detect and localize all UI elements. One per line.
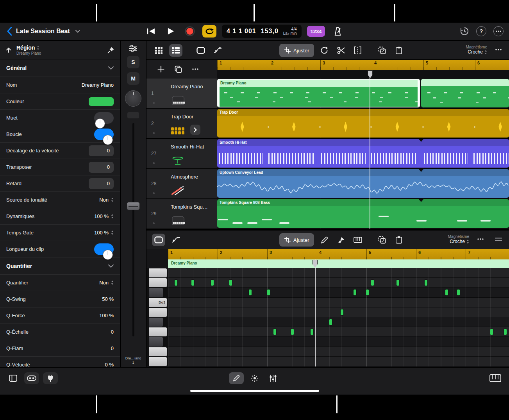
track-expand-chevron[interactable] <box>190 125 200 135</box>
add-track-button[interactable] <box>157 66 164 73</box>
automation-icon[interactable] <box>169 234 182 246</box>
project-title[interactable]: Late Session Beat <box>16 28 70 35</box>
inspector-title[interactable]: Région <box>16 45 35 51</box>
midi-note[interactable] <box>291 329 294 335</box>
more-button[interactable] <box>493 26 504 36</box>
track-list-view-icon[interactable] <box>169 44 182 57</box>
snap-setting[interactable]: Magnétisme Croche <box>448 234 469 244</box>
strip-settings-icon[interactable] <box>129 45 138 52</box>
snap-setting[interactable]: Magnétisme Croche <box>466 45 487 55</box>
pin-icon[interactable] <box>107 46 114 54</box>
delay-stepper[interactable]: 0 <box>89 178 114 189</box>
transpose-stepper[interactable]: 0 <box>89 162 114 173</box>
track-header[interactable]: 29 Tompkins Squ… <box>146 199 217 229</box>
piano-roll-more-icon[interactable] <box>474 233 487 245</box>
midi-note[interactable] <box>267 290 270 295</box>
piano-roll-region-strip[interactable]: Dreamy Piano <box>168 259 509 268</box>
midi-note[interactable] <box>371 280 374 286</box>
region-tompkins[interactable]: Tompkins Square 808 Bass <box>217 199 509 228</box>
split-icon[interactable] <box>351 44 364 57</box>
midi-note[interactable] <box>273 329 276 335</box>
midi-note[interactable] <box>396 280 399 286</box>
mixer-button[interactable] <box>266 372 280 384</box>
midi-note[interactable] <box>457 290 460 295</box>
fader-handle[interactable] <box>127 202 140 210</box>
field-dynamiques[interactable]: Dynamiques100 % <box>0 208 120 224</box>
section-general[interactable]: Général <box>0 59 120 77</box>
midi-note[interactable] <box>425 280 427 286</box>
back-icon[interactable] <box>7 27 12 36</box>
region-smooth-hihat[interactable]: Smooth Hi-Hat <box>217 139 509 168</box>
field-q-force[interactable]: Q-Force100 % <box>0 307 120 323</box>
pencil-tool-icon[interactable] <box>318 234 331 246</box>
field-q-swing[interactable]: Q-Swing50 % <box>0 291 120 307</box>
track-header[interactable]: 27 Smooth Hi-Hat <box>146 139 217 168</box>
field-quantifier[interactable]: QuantifierNon <box>0 274 120 291</box>
collapse-inspector-icon[interactable] <box>5 47 12 53</box>
pencil-mode-button[interactable] <box>229 372 244 384</box>
home-indicator[interactable] <box>190 390 319 392</box>
track-lane[interactable]: Dreamy Piano <box>217 79 509 108</box>
clip-length-toggle[interactable] <box>94 243 114 255</box>
lcd-display[interactable]: 4 1 1 001 153,0 4/4 La♭ min <box>222 25 302 38</box>
midi-note[interactable] <box>504 329 507 335</box>
midi-note[interactable] <box>175 280 177 286</box>
browser-button[interactable] <box>5 372 20 384</box>
velocity-offset-stepper[interactable]: 0 <box>89 145 114 156</box>
region-atmosphere[interactable]: Uptown Conveyor Lead <box>217 169 509 198</box>
midi-note[interactable] <box>354 290 356 295</box>
region-dreamy-piano-loop[interactable] <box>421 79 509 107</box>
title-chevron-icon[interactable] <box>75 30 80 33</box>
loop-tool-icon[interactable] <box>318 44 331 57</box>
keyboard-tool-icon[interactable] <box>351 234 364 246</box>
track-header[interactable]: 1 Dreamy Piano <box>146 79 217 108</box>
lcd-tempo[interactable]: 153,0 <box>261 28 279 35</box>
track-lane[interactable]: Trap Door <box>217 109 509 138</box>
plugin-button[interactable] <box>43 372 58 384</box>
go-to-beginning-button[interactable] <box>144 25 158 38</box>
field-temps-gate[interactable]: Temps Gate100 % <box>0 224 120 241</box>
color-swatch[interactable] <box>89 97 114 106</box>
field-q-velocite[interactable]: Q-Vélocité0 % <box>0 356 120 367</box>
tracks-more-icon[interactable] <box>492 43 505 56</box>
region-trap-door[interactable]: Trap Door <box>217 109 509 138</box>
midi-notes[interactable] <box>168 268 509 366</box>
automation-icon[interactable] <box>211 44 225 57</box>
field-q-echelle[interactable]: Q-Échelle0 <box>0 323 120 340</box>
keyboard-button[interactable] <box>488 372 503 384</box>
lcd-time-signature[interactable]: 4/4 <box>283 27 297 31</box>
smart-controls-button[interactable] <box>24 372 39 384</box>
grid-view-icon[interactable] <box>152 44 165 57</box>
region-dreamy-piano[interactable]: Dreamy Piano <box>217 79 420 107</box>
adjust-button[interactable]: Ajuster <box>279 233 314 247</box>
marquee-tool-icon[interactable] <box>194 44 207 57</box>
panel-resize-handle[interactable] <box>492 233 505 245</box>
bar-ruler[interactable]: 123456 <box>217 60 509 70</box>
record-button[interactable] <box>183 25 197 38</box>
playhead[interactable] <box>370 70 370 229</box>
track-header[interactable]: 28 Atmosphere <box>146 169 217 198</box>
cycle-button[interactable] <box>202 25 216 38</box>
section-quantifier[interactable]: Quantifier <box>0 257 120 274</box>
midi-note[interactable] <box>329 319 332 325</box>
copy-icon[interactable] <box>375 234 389 246</box>
volume-fader[interactable] <box>121 123 146 355</box>
midi-note[interactable] <box>341 309 343 315</box>
marquee-tool-icon[interactable] <box>152 234 165 246</box>
brush-tool-icon[interactable] <box>334 234 348 246</box>
midi-note[interactable] <box>311 329 313 335</box>
track-header[interactable]: 2 Trap Door <box>146 109 217 138</box>
piano-roll-ruler[interactable]: 1234567 <box>168 249 509 259</box>
midi-note[interactable] <box>249 290 252 295</box>
field-nom[interactable]: NomDreamy Piano <box>0 77 120 93</box>
paste-icon[interactable] <box>392 44 405 57</box>
velocity-button[interactable] <box>247 372 262 384</box>
metronome-button[interactable] <box>330 25 345 38</box>
track-lane[interactable]: Tompkins Square 808 Bass <box>217 199 509 229</box>
duplicate-track-button[interactable] <box>175 66 182 73</box>
copy-icon[interactable] <box>375 44 389 57</box>
midi-note[interactable] <box>366 290 369 295</box>
paste-icon[interactable] <box>392 234 405 246</box>
mute-button[interactable]: M <box>127 72 139 85</box>
mute-toggle[interactable] <box>94 112 114 124</box>
